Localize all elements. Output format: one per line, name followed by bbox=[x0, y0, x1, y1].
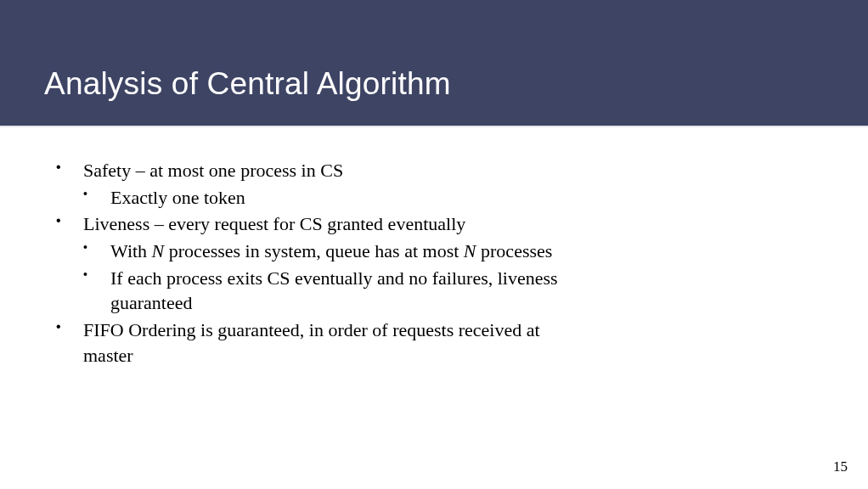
bullet-fifo: FIFO Ordering is guaranteed, in order of… bbox=[56, 318, 566, 368]
bullet-text: Liveness – every request for CS granted … bbox=[83, 211, 566, 237]
bullet-liveness: Liveness – every request for CS granted … bbox=[56, 211, 566, 316]
sub-bullet-token: Exactly one token bbox=[83, 185, 566, 211]
slide: Analysis of Central Algorithm Safety – a… bbox=[0, 0, 868, 489]
sub-bullet-queue: With N processes in system, queue has at… bbox=[83, 239, 566, 264]
bullet-list: Safety – at most one process in CS Exact… bbox=[56, 158, 566, 368]
sub-bullet-list: With N processes in system, queue has at… bbox=[83, 239, 566, 316]
page-number: 15 bbox=[833, 458, 848, 475]
bullet-safety: Safety – at most one process in CS Exact… bbox=[56, 158, 566, 210]
sub-bullet-text: If each process exits CS eventually and … bbox=[110, 266, 566, 316]
sub-bullet-text: With N processes in system, queue has at… bbox=[110, 239, 566, 264]
header-band: Analysis of Central Algorithm bbox=[0, 0, 868, 127]
slide-body: Safety – at most one process in CS Exact… bbox=[56, 158, 566, 370]
sub-bullet-list: Exactly one token bbox=[83, 185, 566, 211]
bullet-text: Safety – at most one process in CS bbox=[83, 158, 566, 183]
sub-bullet-exit: If each process exits CS eventually and … bbox=[83, 266, 566, 316]
slide-title: Analysis of Central Algorithm bbox=[44, 66, 451, 102]
sub-bullet-text: Exactly one token bbox=[110, 185, 566, 211]
bullet-text: FIFO Ordering is guaranteed, in order of… bbox=[83, 318, 566, 368]
